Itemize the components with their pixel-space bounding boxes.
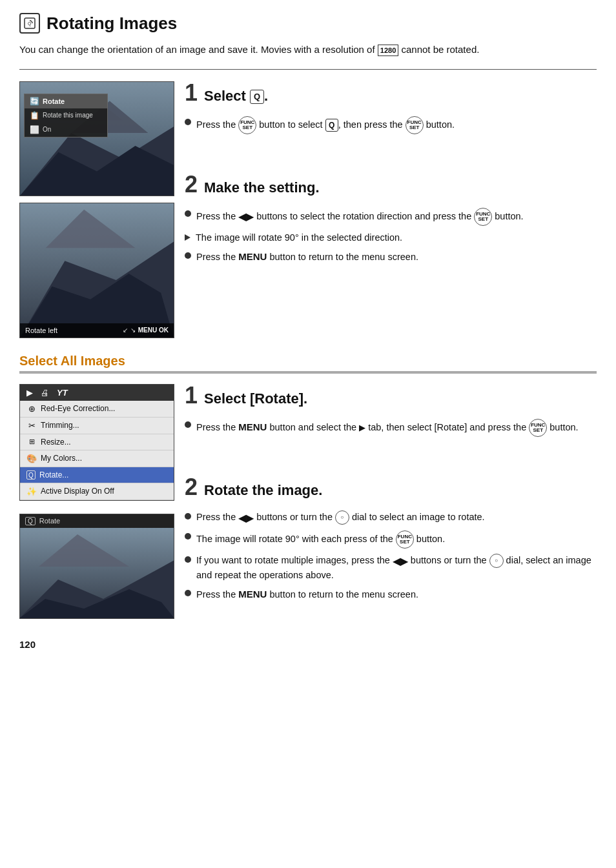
header-icon: Q bbox=[19, 13, 40, 34]
screenshots-col-1: 🔄 Rotate 📋 Rotate this image ⬜ On bbox=[19, 81, 174, 338]
screen4-top-bar: Q Rotate bbox=[20, 514, 174, 528]
section2-step2-bullet3: If you want to rotate multiple images, p… bbox=[185, 554, 597, 582]
menu-btn-inline-1: MENU bbox=[238, 251, 267, 262]
menu-item-trimming: ✂ Trimming... bbox=[20, 418, 174, 434]
menu-item-resize: ⊞ Resize... bbox=[20, 434, 174, 450]
page-number: 120 bbox=[19, 639, 597, 650]
trim-icon: ✂ bbox=[26, 421, 37, 430]
step2-bullet2: The image will rotate 90° in the selecte… bbox=[185, 231, 597, 245]
menu-item-rotate-this-image: 📋 Rotate this image bbox=[25, 108, 107, 123]
menu-top-bar: ▶ 🖨 YT bbox=[20, 385, 174, 401]
section2-step2-number: 2 bbox=[185, 476, 198, 499]
screen4-image-area: 4L SET Q MENU ↩ bbox=[20, 528, 174, 618]
rotate-icon: Q bbox=[26, 470, 36, 479]
step2-title: Make the setting. bbox=[204, 179, 319, 196]
bullet-circle-icon bbox=[185, 119, 191, 125]
intro-prefix: You can change the orientation of an ima… bbox=[19, 44, 375, 55]
menu-item-rotate-icon: 🔄 Rotate bbox=[25, 94, 107, 108]
step2-header: 2 Make the setting. bbox=[185, 173, 597, 203]
step2-bullets: Press the ◀▶ buttons to select the rotat… bbox=[185, 208, 597, 264]
tab-print: 🖨 bbox=[41, 388, 49, 398]
func-set-button-5: FUNCSET bbox=[396, 530, 414, 549]
menu-item-rotate: Q Rotate... bbox=[20, 467, 174, 483]
resolution-badge: 1280 bbox=[378, 45, 398, 57]
tab-yt: YT bbox=[57, 388, 68, 398]
screen-rotate-view: Q Rotate 4L bbox=[19, 514, 174, 619]
section2-step1-header: 1 Select [Rotate]. bbox=[185, 384, 597, 414]
func-set-button-3: FUNCSET bbox=[474, 208, 492, 226]
page-title: Rotating Images bbox=[46, 14, 177, 34]
menu-btn-inline-2: MENU bbox=[238, 421, 267, 432]
intro-suffix: cannot be rotated. bbox=[401, 44, 479, 55]
screen2-nav: MENU OK bbox=[138, 327, 169, 334]
func-set-button-2: FUNCSET bbox=[406, 116, 424, 134]
dial-icon-1: ○ bbox=[335, 510, 349, 525]
resize-icon: ⊞ bbox=[26, 438, 37, 446]
bullet-circle-3 bbox=[185, 252, 191, 259]
bullet-circle-2 bbox=[185, 210, 191, 217]
section2-step2-bullet1: Press the ◀▶ buttons or turn the ○ dial … bbox=[185, 510, 597, 525]
section2-heading: Select All Images bbox=[19, 354, 597, 374]
bullet-circle-s2-2 bbox=[185, 513, 191, 520]
screen-rotate-menu: 🔄 Rotate 📋 Rotate this image ⬜ On bbox=[19, 81, 174, 196]
bullet-circle-s2-3 bbox=[185, 533, 191, 540]
step1-number: 1 bbox=[185, 81, 198, 105]
intro-text: You can change the orientation of an ima… bbox=[19, 43, 597, 57]
section2-step1-number: 1 bbox=[185, 384, 198, 407]
menu-item-mycolors: 🎨 My Colors... bbox=[20, 450, 174, 467]
section2-step2-bullet4: Press the MENU button to return to the m… bbox=[185, 587, 597, 601]
screenshots-col-2: ▶ 🖨 YT ⊕ Red-Eye Correction... ✂ Trimmin… bbox=[19, 384, 174, 619]
colors-icon: 🎨 bbox=[26, 454, 37, 463]
svg-text:Q: Q bbox=[28, 21, 32, 26]
screen1-menu-overlay: 🔄 Rotate 📋 Rotate this image ⬜ On bbox=[24, 94, 108, 137]
section2-step2-block: 2 Rotate the image. Press the ◀▶ buttons… bbox=[185, 476, 597, 601]
section2-step2-bullet2: The image will rotate 90° with each pres… bbox=[185, 530, 597, 549]
screen4-rotate-badge: Q bbox=[25, 517, 36, 525]
step2-bullet1: Press the ◀▶ buttons to select the rotat… bbox=[185, 208, 597, 226]
section2-step1-bullets: Press the MENU button and select the ▶ t… bbox=[185, 419, 597, 437]
section2-step2-title: Rotate the image. bbox=[204, 482, 322, 499]
menu-btn-inline-3: MENU bbox=[238, 589, 267, 600]
step1-bullet1: Press the FUNCSET button to select Q, th… bbox=[185, 116, 597, 134]
step1-title: Select Q. bbox=[204, 88, 268, 105]
step2-bullet3: Press the MENU button to return to the m… bbox=[185, 250, 597, 264]
page-header: Q Rotating Images bbox=[19, 13, 597, 34]
step2-number: 2 bbox=[185, 173, 198, 196]
screen-menu-list: ▶ 🖨 YT ⊕ Red-Eye Correction... ✂ Trimmin… bbox=[19, 384, 174, 501]
func-set-button-1: FUNCSET bbox=[238, 116, 256, 134]
active-display-icon: ✨ bbox=[26, 487, 37, 496]
section1-layout: 🔄 Rotate 📋 Rotate this image ⬜ On bbox=[19, 81, 597, 338]
section2-layout: ▶ 🖨 YT ⊕ Red-Eye Correction... ✂ Trimmin… bbox=[19, 384, 597, 620]
rotate-left-label: Rotate left bbox=[25, 327, 57, 334]
screen-rotate-left: Rotate left ↙ ↘ MENU OK bbox=[19, 203, 174, 338]
menu-item-on: ⬜ On bbox=[25, 123, 107, 137]
section2-step1-block: 1 Select [Rotate]. Press the MENU button… bbox=[185, 384, 597, 437]
step2-block: 2 Make the setting. Press the ◀▶ buttons… bbox=[185, 173, 597, 264]
step1-bullets: Press the FUNCSET button to select Q, th… bbox=[185, 116, 597, 134]
dial-icon-2: ○ bbox=[489, 554, 504, 568]
steps-col-1: 1 Select Q. Press the FUNCSET button to … bbox=[185, 81, 597, 282]
menu-item-red-eye: ⊕ Red-Eye Correction... bbox=[20, 401, 174, 418]
section2-step1-bullet1: Press the MENU button and select the ▶ t… bbox=[185, 419, 597, 437]
func-set-button-4: FUNCSET bbox=[529, 419, 547, 437]
bullet-circle-s2-4 bbox=[185, 556, 191, 563]
tab-play: ▶ bbox=[26, 388, 33, 398]
menu-item-active-display: ✨ Active Display On Off bbox=[20, 483, 174, 500]
bullet-triangle-1 bbox=[185, 234, 190, 241]
section2-step1-title: Select [Rotate]. bbox=[204, 390, 307, 407]
section2-step2-bullets: Press the ◀▶ buttons or turn the ○ dial … bbox=[185, 510, 597, 601]
red-eye-icon: ⊕ bbox=[26, 404, 37, 414]
bullet-circle-s2-1 bbox=[185, 421, 191, 428]
screen4-rotate-label: Rotate bbox=[39, 517, 60, 525]
section-divider bbox=[19, 69, 597, 70]
step1-block: 1 Select Q. Press the FUNCSET button to … bbox=[185, 81, 597, 134]
steps-col-2: 1 Select [Rotate]. Press the MENU button… bbox=[185, 384, 597, 620]
step1-header: 1 Select Q. bbox=[185, 81, 597, 111]
section2-step2-header: 2 Rotate the image. bbox=[185, 476, 597, 505]
bullet-circle-s2-5 bbox=[185, 590, 191, 596]
